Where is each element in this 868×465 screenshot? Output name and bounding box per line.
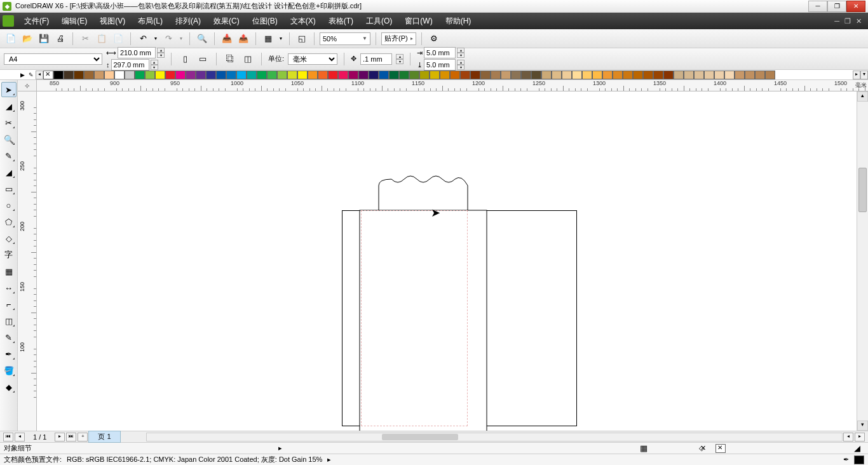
dup-y-input[interactable]: [424, 59, 456, 71]
color-swatch[interactable]: [186, 71, 196, 79]
color-swatch[interactable]: [450, 71, 460, 79]
palette-next[interactable]: ▸: [853, 71, 860, 79]
color-swatch[interactable]: [226, 71, 236, 79]
menu-layout[interactable]: 布局(L): [132, 13, 169, 29]
zoom-combo[interactable]: 50%▼: [320, 32, 370, 45]
color-swatch[interactable]: [562, 71, 572, 79]
color-swatch[interactable]: [125, 71, 135, 79]
redo-button[interactable]: ↷: [161, 32, 175, 46]
color-swatch[interactable]: [216, 71, 226, 79]
new-button[interactable]: 📄: [4, 32, 18, 46]
color-swatch[interactable]: [724, 71, 735, 79]
mdi-close[interactable]: ✕: [856, 17, 862, 25]
width-spin-down[interactable]: ▾: [157, 53, 165, 58]
color-swatch[interactable]: [704, 71, 714, 79]
color-swatch[interactable]: [175, 71, 186, 79]
color-swatch[interactable]: [572, 71, 582, 79]
color-swatch[interactable]: [613, 71, 623, 79]
color-swatch[interactable]: [511, 71, 521, 79]
freehand-tool[interactable]: ✎: [1, 148, 17, 163]
color-swatch[interactable]: [633, 71, 643, 79]
page-tab-1[interactable]: 页 1: [88, 431, 120, 443]
shape-tool[interactable]: ◢: [1, 98, 17, 114]
menu-table[interactable]: 表格(T): [322, 13, 360, 29]
corner-fill-icon[interactable]: ◢: [850, 441, 864, 455]
crop-tool[interactable]: ✂: [1, 115, 17, 130]
connector-tool[interactable]: ⌐: [1, 297, 17, 312]
color-swatch[interactable]: [257, 71, 267, 79]
page-height-input[interactable]: [111, 59, 149, 71]
status-expand-icon[interactable]: ▸: [278, 444, 282, 452]
menu-file[interactable]: 文件(F): [18, 13, 55, 29]
fill-handle-icon[interactable]: ✒: [843, 455, 849, 464]
height-spin-up[interactable]: ▴: [151, 60, 158, 65]
close-button[interactable]: ✕: [846, 1, 865, 12]
vscroll-down[interactable]: ▾: [857, 421, 868, 431]
color-swatch[interactable]: [114, 71, 125, 79]
pick-tool[interactable]: ➤: [1, 82, 17, 97]
smart-fill-tool[interactable]: ◢: [1, 165, 17, 180]
color-swatch[interactable]: [328, 71, 338, 79]
vertical-scrollbar[interactable]: ▴ ▾: [857, 91, 868, 431]
color-swatch[interactable]: [64, 71, 74, 79]
color-swatch[interactable]: [623, 71, 633, 79]
copy-button[interactable]: 📋: [95, 32, 109, 46]
fill-none-icon[interactable]: ◇✕: [699, 444, 710, 452]
page-last[interactable]: ⏭: [66, 433, 76, 441]
hscroll-thumb[interactable]: [382, 434, 458, 440]
palette-expand[interactable]: ▾: [860, 71, 868, 79]
color-swatch[interactable]: [460, 71, 470, 79]
color-swatch[interactable]: [531, 71, 541, 79]
menu-window[interactable]: 窗口(W): [398, 13, 438, 29]
page-add[interactable]: +: [78, 433, 88, 441]
color-swatch[interactable]: [592, 71, 602, 79]
color-swatch[interactable]: [440, 71, 450, 79]
app-launcher-dropdown[interactable]: ▼: [278, 32, 284, 46]
color-swatch[interactable]: [196, 71, 206, 79]
app-menu-icon[interactable]: [3, 15, 14, 27]
palette-play-icon[interactable]: ▶: [18, 71, 27, 79]
current-page-button[interactable]: ◫: [241, 52, 255, 66]
text-tool[interactable]: 字: [1, 247, 17, 262]
ellipse-tool[interactable]: ○: [1, 198, 17, 213]
export-button[interactable]: 📤: [236, 32, 250, 46]
color-swatch[interactable]: [419, 71, 430, 79]
color-swatch[interactable]: [358, 71, 369, 79]
menu-edit[interactable]: 编辑(E): [55, 13, 93, 29]
color-swatch[interactable]: [491, 71, 501, 79]
menu-view[interactable]: 视图(V): [93, 13, 132, 29]
paste-button[interactable]: 📄: [111, 32, 125, 46]
color-swatch[interactable]: [602, 71, 613, 79]
color-swatch[interactable]: [480, 71, 491, 79]
nudge-spin-down[interactable]: ▾: [396, 59, 403, 64]
vscroll-thumb[interactable]: [858, 168, 867, 212]
basic-shapes-tool[interactable]: ◇: [1, 231, 17, 246]
page-prev[interactable]: ◂: [15, 433, 25, 441]
canvas[interactable]: ➤: [37, 91, 857, 431]
color-swatch[interactable]: [379, 71, 389, 79]
landscape-button[interactable]: ▭: [196, 52, 210, 66]
welcome-button[interactable]: ◱: [295, 32, 309, 46]
menu-arrange[interactable]: 排列(A): [169, 13, 207, 29]
snap-combo[interactable]: 贴齐(P) ▸: [381, 32, 416, 45]
color-swatch[interactable]: [247, 71, 257, 79]
color-swatch[interactable]: [74, 71, 84, 79]
search-button[interactable]: 🔍: [195, 32, 209, 46]
hscroll-right[interactable]: ▸: [855, 433, 865, 441]
maximize-button[interactable]: ❐: [827, 1, 846, 12]
profile-expand-icon[interactable]: ▸: [327, 455, 331, 464]
color-swatch[interactable]: [745, 71, 755, 79]
color-swatch[interactable]: [501, 71, 511, 79]
color-swatch[interactable]: [165, 71, 175, 79]
page-width-input[interactable]: [118, 47, 156, 58]
interactive-fill-tool[interactable]: ◆: [1, 379, 17, 394]
color-swatch[interactable]: [470, 71, 480, 79]
width-spin-up[interactable]: ▴: [157, 48, 165, 53]
fill-tool[interactable]: 🪣: [1, 363, 17, 378]
zoom-tool[interactable]: 🔍: [1, 131, 17, 147]
color-swatch[interactable]: [94, 71, 104, 79]
height-spin-down[interactable]: ▾: [151, 65, 158, 70]
color-swatch[interactable]: [582, 71, 592, 79]
color-swatch[interactable]: [267, 71, 277, 79]
color-swatch[interactable]: [684, 71, 694, 79]
